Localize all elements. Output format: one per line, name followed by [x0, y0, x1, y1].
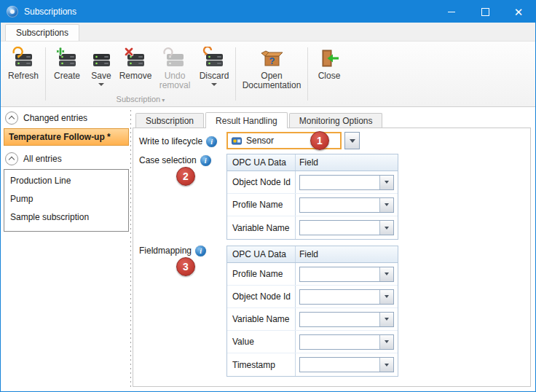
- titlebar: Subscriptions ✕: [1, 1, 535, 23]
- chevron-down-icon[interactable]: [379, 335, 393, 349]
- row-label: Value: [227, 331, 296, 353]
- lifecycle-combobox[interactable]: Sensor: [226, 132, 360, 149]
- client-area: Changed entries Temperature Follow-up * …: [1, 107, 535, 391]
- open-documentation-button[interactable]: ? Open Documentation: [238, 43, 305, 95]
- close-button[interactable]: ✕: [502, 1, 535, 23]
- case-object-node-id-combobox[interactable]: [299, 175, 394, 190]
- ribbon: Refresh: [1, 42, 535, 107]
- close-door-icon: [318, 47, 341, 70]
- chevron-down-icon[interactable]: [379, 358, 393, 372]
- case-selection-label: Case selection: [139, 155, 197, 165]
- save-dropdown-icon[interactable]: [98, 83, 104, 86]
- create-label: Create: [54, 71, 80, 81]
- remove-button[interactable]: Remove: [117, 43, 154, 95]
- chevron-down-icon[interactable]: [379, 267, 393, 281]
- ribbon-group-close: Close: [310, 43, 348, 106]
- info-icon[interactable]: i: [195, 246, 206, 256]
- maximize-icon: [481, 8, 489, 16]
- ribbon-separator: [235, 47, 236, 101]
- splitter-handle[interactable]: [130, 110, 132, 388]
- fieldmapping-label: Fieldmapping: [139, 246, 192, 256]
- step-badge-1: 1: [310, 131, 329, 150]
- undo-removal-icon: [163, 47, 186, 70]
- titlebar-buttons: ✕: [435, 1, 535, 23]
- step-badge-3: 3: [176, 257, 195, 276]
- map-object-node-id-combobox[interactable]: [299, 289, 394, 305]
- ribbon-group-label-subscription: Subscription: [48, 95, 233, 106]
- main-panel: Subscription Result Handling Monitoring …: [133, 110, 532, 388]
- minimize-button[interactable]: [435, 1, 468, 23]
- app-window: Subscriptions ✕ Subscriptions: [0, 0, 536, 392]
- create-button[interactable]: Create: [48, 43, 86, 95]
- ribbon-group-documentation: ? Open Documentation: [238, 43, 305, 106]
- result-handling-tabpage: Write to lifecycle i Sensor 1: [133, 128, 531, 387]
- tab-subscription[interactable]: Subscription: [135, 113, 204, 128]
- sensor-icon: [232, 136, 242, 146]
- info-icon[interactable]: i: [206, 136, 217, 147]
- open-documentation-icon: ?: [260, 47, 283, 70]
- table-row: Variable Name: [227, 308, 398, 331]
- changed-entries-header[interactable]: Changed entries: [4, 110, 129, 126]
- undo-removal-button[interactable]: Undo removal: [154, 43, 195, 95]
- table-row: Object Node Id: [227, 286, 398, 308]
- case-selection-row-label: Case selection i: [139, 154, 211, 166]
- chevron-down-icon[interactable]: [379, 290, 393, 304]
- lifecycle-combo-dropdown-button[interactable]: [344, 132, 360, 149]
- entry-temperature-follow-up[interactable]: Temperature Follow-up *: [4, 128, 129, 146]
- case-variable-name-combobox[interactable]: [299, 220, 394, 235]
- info-icon[interactable]: i: [200, 155, 211, 166]
- chevron-down-icon[interactable]: [379, 313, 393, 326]
- save-button[interactable]: Save: [86, 43, 117, 95]
- row-label: Object Node Id: [227, 286, 296, 307]
- row-label: Object Node Id: [227, 171, 296, 193]
- row-label: Timestamp: [227, 353, 296, 376]
- tab-result-handling[interactable]: Result Handling: [205, 112, 288, 128]
- row-label: Profile Name: [227, 194, 296, 216]
- tab-monitoring-options[interactable]: Monitoring Options: [289, 113, 383, 128]
- discard-dropdown-icon[interactable]: [211, 83, 217, 86]
- list-item-pump[interactable]: Pump: [4, 189, 128, 208]
- remove-label: Remove: [119, 71, 152, 81]
- refresh-button[interactable]: Refresh: [4, 43, 43, 95]
- column-header-field: Field: [296, 249, 398, 259]
- all-entries-header[interactable]: All entries: [4, 151, 129, 167]
- case-table-header: OPC UA Data Field: [227, 154, 398, 171]
- map-value-combobox[interactable]: [299, 334, 394, 350]
- undo-removal-label: Undo removal: [155, 71, 194, 90]
- save-icon: [90, 47, 113, 70]
- collapse-icon[interactable]: [5, 111, 18, 125]
- table-row: Timestamp: [227, 353, 398, 376]
- all-entries-listbox: Production Line Pump Sample subscription: [4, 169, 129, 232]
- maximize-button[interactable]: [468, 1, 502, 23]
- write-to-lifecycle-row-label: Write to lifecycle i: [139, 136, 217, 147]
- fieldmapping-table-header: OPC UA Data Field: [227, 246, 398, 263]
- table-row: Variable Name: [227, 216, 398, 239]
- map-timestamp-combobox[interactable]: [299, 357, 394, 372]
- fieldmapping-row-label: Fieldmapping i: [139, 245, 206, 256]
- list-item-sample-subscription[interactable]: Sample subscription: [4, 208, 128, 226]
- case-profile-name-combobox[interactable]: [299, 197, 394, 213]
- ribbon-tab-subscriptions[interactable]: Subscriptions: [5, 24, 79, 41]
- collapse-icon[interactable]: [5, 152, 18, 165]
- map-variable-name-combobox[interactable]: [299, 312, 394, 327]
- discard-button[interactable]: Discard: [195, 43, 233, 95]
- chevron-down-icon[interactable]: [379, 176, 393, 189]
- list-item-production-line[interactable]: Production Line: [4, 171, 128, 189]
- map-profile-name-combobox[interactable]: [299, 267, 394, 282]
- close-view-label: Close: [318, 71, 341, 81]
- row-label: Variable Name: [227, 216, 296, 239]
- row-label: Variable Name: [227, 308, 296, 330]
- lifecycle-combo-value: Sensor: [246, 136, 274, 146]
- sidebar: Changed entries Temperature Follow-up * …: [4, 110, 129, 388]
- svg-text:?: ?: [269, 55, 275, 66]
- case-selection-table: OPC UA Data Field Object Node Id Profile…: [226, 154, 398, 240]
- chevron-down-icon[interactable]: [379, 221, 393, 235]
- window-title: Subscriptions: [24, 7, 76, 17]
- column-header-opcua: OPC UA Data: [227, 246, 296, 262]
- minimize-icon: [448, 12, 455, 12]
- table-row: Value: [227, 331, 398, 353]
- table-row: Object Node Id: [227, 171, 398, 194]
- chevron-down-icon: [350, 139, 355, 143]
- close-view-button[interactable]: Close: [310, 43, 348, 95]
- chevron-down-icon[interactable]: [379, 198, 393, 212]
